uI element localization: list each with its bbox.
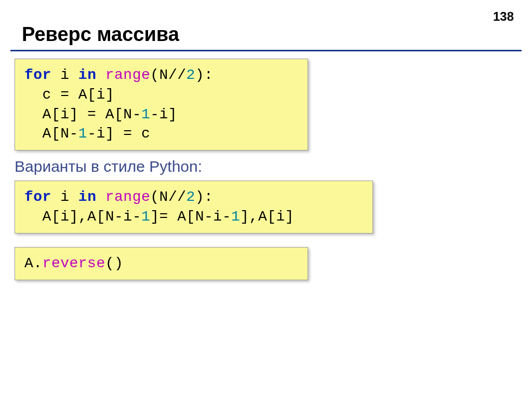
code-text: A[i] = A[N- bbox=[24, 106, 141, 122]
number-literal: 1 bbox=[141, 209, 150, 225]
code-text: A[i],A[N-i- bbox=[24, 209, 141, 225]
code-text: i bbox=[51, 67, 78, 83]
keyword-for: for bbox=[24, 189, 51, 205]
number-literal: 1 bbox=[141, 106, 150, 122]
keyword-in: in bbox=[78, 67, 97, 83]
code-text: A[N- bbox=[24, 126, 78, 142]
number-literal: 2 bbox=[187, 189, 195, 205]
code-text: -i] bbox=[150, 106, 177, 122]
code-text: A. bbox=[24, 255, 43, 271]
number-literal: 1 bbox=[231, 209, 240, 225]
code-text bbox=[96, 189, 105, 205]
function-range: range bbox=[105, 189, 151, 205]
code-block-3: A.reverse() bbox=[15, 247, 308, 280]
keyword-for: for bbox=[24, 67, 51, 83]
page-number: 138 bbox=[493, 9, 514, 24]
function-range: range bbox=[105, 67, 151, 83]
code-text: -i] = c bbox=[87, 126, 150, 142]
code-block-1: for i in range(N//2): c = A[i] A[i] = A[… bbox=[15, 59, 308, 150]
code-text: () bbox=[105, 255, 124, 271]
code-text: (N// bbox=[150, 189, 186, 205]
code-text: ): bbox=[195, 67, 214, 83]
code-text: ],A[i] bbox=[240, 209, 294, 225]
code-text: ]= A[N-i- bbox=[150, 209, 231, 225]
code-block-2: for i in range(N//2): A[i],A[N-i-1]= A[N… bbox=[15, 181, 373, 234]
code-text: c = A[i] bbox=[24, 87, 114, 103]
title-underline bbox=[10, 50, 522, 51]
subheading: Варианты в стиле Python: bbox=[15, 158, 532, 175]
code-text: (N// bbox=[150, 67, 186, 83]
code-text: i bbox=[51, 189, 78, 205]
slide-title: Реверс массива bbox=[0, 0, 532, 50]
number-literal: 2 bbox=[187, 67, 195, 83]
number-literal: 1 bbox=[78, 126, 87, 142]
code-text bbox=[96, 67, 105, 83]
code-text: ): bbox=[195, 189, 214, 205]
method-reverse: reverse bbox=[43, 255, 105, 271]
keyword-in: in bbox=[78, 189, 97, 205]
